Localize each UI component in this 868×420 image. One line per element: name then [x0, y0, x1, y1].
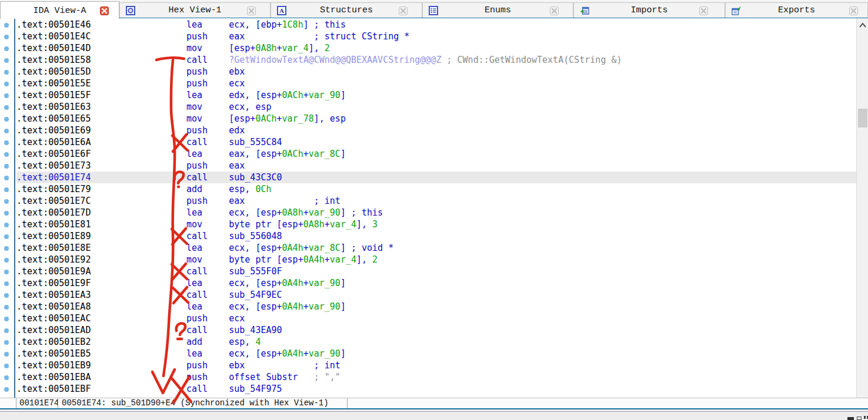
- address-label: .text:00501E6F: [16, 149, 186, 159]
- line-marker-dot: [4, 317, 9, 321]
- disasm-line[interactable]: .text:00501E46 lea ecx, [ebp+1C8h] ; thi…: [16, 19, 856, 31]
- line-marker-dot: [4, 176, 9, 180]
- disasm-line[interactable]: .text:00501EAC push ecx: [16, 313, 856, 324]
- line-marker-dot: [4, 281, 9, 286]
- close-tab-icon[interactable]: [699, 6, 708, 15]
- disasm-line[interactable]: .text:00501E9A call sub_555F0F: [16, 266, 856, 277]
- disasm-line[interactable]: .text:00501E92 mov byte ptr [esp+0A4h+va…: [16, 254, 856, 266]
- line-marker-dot: [4, 375, 9, 380]
- line-marker-dot: [4, 187, 9, 192]
- disasm-line[interactable]: .text:00501E6F lea eax, [esp+0ACh+var_8C…: [16, 148, 856, 160]
- line-marker-dot: [4, 93, 9, 98]
- disasm-line[interactable]: .text:00501E7C push eax ; int: [16, 195, 856, 207]
- address-label: .text:00501EBF: [16, 384, 186, 394]
- address-label: .text:00501EA8: [16, 301, 186, 312]
- disasm-line[interactable]: .text:00501EAD call sub_43EA90: [16, 324, 856, 336]
- address-label: .text:00501E5E: [16, 78, 186, 89]
- x-glyph: [101, 8, 108, 14]
- disasm-line[interactable]: .text:00501E63 mov ecx, esp: [16, 101, 856, 113]
- disasm-line[interactable]: .text:00501E4C push eax ; struct CString…: [16, 31, 856, 42]
- disasm-line[interactable]: .text:00501E7D lea ecx, [esp+0A8h+var_90…: [16, 207, 856, 219]
- scroll-up-icon[interactable]: [857, 19, 868, 31]
- tab-enums[interactable]: Enums: [422, 2, 573, 18]
- bottom-edge-strip: [0, 409, 868, 420]
- address-label: .text:00501EB5: [16, 348, 186, 359]
- status-location: 00501E74: sub_501D90+E4 (Synchronized wi…: [59, 398, 348, 408]
- disasm-line[interactable]: .text:00501E6A call sub_555C84: [16, 136, 856, 148]
- line-marker-dot: [4, 82, 9, 86]
- status-file-offset: 00101E74: [16, 398, 58, 408]
- disasm-line[interactable]: .text:00501E4D mov [esp+0A8h+var_4], 2: [16, 42, 856, 54]
- tab-imports[interactable]: Imports: [573, 2, 725, 18]
- vertical-scrollbar[interactable]: [856, 18, 868, 408]
- disasm-line[interactable]: .text:00501EA3 call sub_54F9EC: [16, 289, 856, 301]
- close-tab-icon[interactable]: [849, 6, 858, 15]
- taskbar-fragment-icon: [847, 417, 854, 420]
- close-tab-icon[interactable]: [100, 6, 109, 15]
- address-label: .text:00501EAD: [16, 325, 186, 335]
- address-label: .text:00501E5D: [16, 66, 186, 77]
- x-glyph: [400, 8, 406, 14]
- address-label: .text:00501E81: [16, 219, 186, 230]
- address-label: .text:00501E63: [16, 102, 186, 112]
- close-tab-icon[interactable]: [247, 6, 256, 15]
- disasm-line[interactable]: .text:00501E58 call ?GetWindowTextA@CWnd…: [16, 54, 856, 66]
- taskbar-fragment-icon: [864, 416, 866, 419]
- line-marker-dot: [4, 305, 9, 310]
- disasm-line[interactable]: .text:00501E73 push eax: [16, 160, 856, 172]
- disasm-line[interactable]: .text:00501E5F lea edx, [esp+0ACh+var_90…: [16, 89, 856, 101]
- disasm-line[interactable]: .text:00501E9F lea ecx, [esp+0A4h+var_90…: [16, 277, 856, 289]
- divider: [0, 411, 868, 412]
- disasm-line[interactable]: .text:00501EB5 lea ecx, [esp+0A4h+var_90…: [16, 348, 856, 359]
- disasm-line[interactable]: .text:00501E5D push ebx: [16, 66, 856, 78]
- disassembly-view[interactable]: .text:00501E46 lea ecx, [ebp+1C8h] ; thi…: [0, 18, 856, 398]
- disasm-line[interactable]: .text:00501EB9 push ebx ; int: [16, 359, 856, 371]
- address-label: .text:00501EA3: [16, 290, 186, 300]
- disasm-line[interactable]: .text:00501E65 mov [esp+0ACh+var_78], es…: [16, 113, 856, 125]
- close-tab-icon[interactable]: [550, 6, 559, 15]
- address-label: .text:00501E9F: [16, 278, 186, 288]
- line-marker-dot: [4, 234, 9, 239]
- disasm-line[interactable]: .text:00501E79 add esp, 0Ch: [16, 183, 856, 195]
- tab-exports[interactable]: Exports: [725, 2, 868, 18]
- x-glyph: [551, 8, 557, 14]
- address-label: .text:00501EBA: [16, 372, 186, 382]
- tab-structures[interactable]: A Structures: [271, 2, 422, 18]
- line-marker-dot: [4, 140, 9, 145]
- address-label: .text:00501E5F: [16, 90, 186, 100]
- line-marker-dot: [4, 387, 9, 392]
- disasm-line[interactable]: .text:00501E81 mov byte ptr [esp+0A8h+va…: [16, 219, 856, 230]
- address-label: .text:00501E89: [16, 231, 186, 241]
- tab-hex-view-1[interactable]: Hex View-1: [119, 2, 271, 18]
- address-label: .text:00501E4D: [16, 43, 186, 53]
- disasm-line[interactable]: .text:00501E8E lea ecx, [esp+0A4h+var_8C…: [16, 242, 856, 254]
- line-marker-dot: [4, 70, 9, 75]
- address-label: .text:00501E65: [16, 113, 186, 124]
- line-marker-dot: [4, 199, 9, 204]
- status-bar: 00101E74 00501E74: sub_501D90+E4 (Synchr…: [0, 398, 868, 408]
- line-marker-dot: [4, 328, 9, 333]
- address-label: .text:00501EB9: [16, 360, 186, 371]
- x-glyph: [248, 8, 255, 14]
- disasm-line[interactable]: .text:00501E69 push edx: [16, 125, 856, 136]
- line-marker-dot: [4, 23, 9, 28]
- disasm-line[interactable]: .text:00501E74 call sub_43C3C0: [16, 172, 856, 183]
- address-label: .text:00501E4C: [16, 31, 186, 42]
- line-marker-dot: [4, 211, 9, 216]
- disasm-line[interactable]: .text:00501EBF call sub_54F975: [16, 383, 856, 395]
- line-marker-dot: [4, 293, 9, 298]
- tab-ida-view-a[interactable]: IDA View-A: [0, 1, 119, 19]
- disasm-line[interactable]: .text:00501EB2 add esp, 4: [16, 336, 856, 348]
- line-marker-dot: [4, 152, 9, 157]
- address-label: .text:00501E58: [16, 55, 186, 65]
- scrollbar-thumb[interactable]: [858, 109, 867, 127]
- close-tab-icon[interactable]: [399, 6, 408, 15]
- line-marker-dot: [4, 117, 9, 122]
- line-marker-dot: [4, 270, 9, 274]
- disasm-line[interactable]: .text:00501E89 call sub_556048: [16, 230, 856, 242]
- disasm-line[interactable]: .text:00501EBA push offset Substr ; ",": [16, 371, 856, 383]
- disasm-line[interactable]: .text:00501EA8 lea ecx, [esp+0A4h+var_90…: [16, 301, 856, 313]
- line-marker-dot: [4, 258, 9, 263]
- address-label: .text:00501E7C: [16, 196, 186, 206]
- disasm-line[interactable]: .text:00501E5E push ecx: [16, 78, 856, 89]
